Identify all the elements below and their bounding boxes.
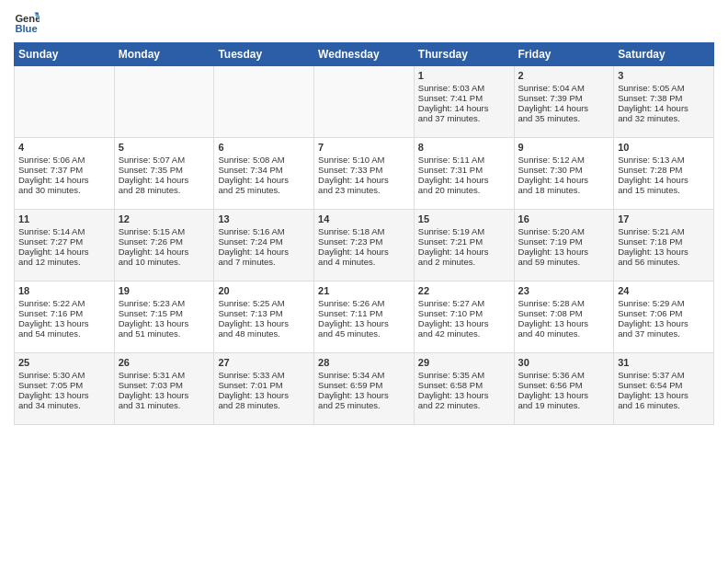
- day-info-line: Sunrise: 5:03 AM: [418, 83, 510, 93]
- day-info-line: Sunrise: 5:19 AM: [418, 226, 510, 236]
- day-info-line: and 35 minutes.: [518, 113, 610, 123]
- calendar-cell: 7Sunrise: 5:10 AMSunset: 7:33 PMDaylight…: [314, 138, 415, 210]
- calendar-cell: 1Sunrise: 5:03 AMSunset: 7:41 PMDaylight…: [414, 66, 514, 138]
- day-info-line: Sunrise: 5:20 AM: [518, 226, 610, 236]
- calendar-cell: 9Sunrise: 5:12 AMSunset: 7:30 PMDaylight…: [514, 138, 614, 210]
- day-info-line: Sunset: 7:15 PM: [119, 308, 210, 318]
- day-number: 8: [418, 142, 510, 153]
- page-container: General Blue SundayMondayTuesdayWednesda…: [0, 0, 728, 430]
- calendar-cell: 13Sunrise: 5:16 AMSunset: 7:24 PMDayligh…: [214, 210, 314, 282]
- day-info-line: and 15 minutes.: [618, 185, 710, 195]
- day-info-line: and 25 minutes.: [218, 185, 310, 195]
- day-info-line: Daylight: 13 hours: [18, 390, 110, 400]
- day-number: 23: [518, 285, 610, 296]
- day-info-line: Sunrise: 5:12 AM: [518, 155, 610, 165]
- week-row-5: 25Sunrise: 5:30 AMSunset: 7:05 PMDayligh…: [15, 353, 714, 425]
- day-info-line: Sunrise: 5:26 AM: [318, 298, 410, 308]
- day-info-line: Daylight: 13 hours: [119, 318, 210, 328]
- day-number: 9: [518, 142, 610, 153]
- day-number: 14: [318, 213, 410, 224]
- day-number: 24: [618, 285, 710, 296]
- day-info-line: Sunrise: 5:25 AM: [218, 298, 310, 308]
- day-info-line: and 25 minutes.: [318, 400, 410, 410]
- day-number: 6: [218, 142, 310, 153]
- calendar-cell: 4Sunrise: 5:06 AMSunset: 7:37 PMDaylight…: [15, 138, 115, 210]
- day-number: 16: [518, 213, 610, 224]
- calendar-cell: [314, 66, 415, 138]
- day-info-line: and 48 minutes.: [218, 328, 310, 339]
- day-info-line: and 51 minutes.: [119, 328, 210, 339]
- day-number: 19: [119, 285, 210, 296]
- calendar-cell: 22Sunrise: 5:27 AMSunset: 7:10 PMDayligh…: [414, 282, 514, 353]
- day-info-line: Daylight: 14 hours: [618, 175, 710, 185]
- day-info-line: Sunset: 7:35 PM: [119, 165, 210, 175]
- day-info-line: Daylight: 14 hours: [18, 247, 110, 257]
- day-info-line: Sunrise: 5:18 AM: [318, 226, 410, 236]
- day-info-line: Sunset: 7:24 PM: [218, 236, 310, 247]
- day-info-line: Sunrise: 5:06 AM: [18, 155, 110, 165]
- day-info-line: Sunrise: 5:22 AM: [18, 298, 110, 308]
- day-header-monday: Monday: [114, 43, 214, 66]
- day-info-line: Sunset: 7:37 PM: [18, 165, 110, 175]
- day-info-line: Sunrise: 5:15 AM: [119, 226, 210, 236]
- day-info-line: and 37 minutes.: [618, 328, 710, 339]
- day-info-line: Sunrise: 5:27 AM: [418, 298, 510, 308]
- day-number: 1: [418, 70, 510, 81]
- day-header-wednesday: Wednesday: [314, 43, 415, 66]
- day-info-line: Daylight: 13 hours: [518, 247, 610, 257]
- day-info-line: Daylight: 13 hours: [518, 390, 610, 400]
- day-number: 4: [18, 142, 110, 153]
- day-info-line: Daylight: 14 hours: [119, 247, 210, 257]
- day-info-line: Daylight: 14 hours: [119, 175, 210, 185]
- day-info-line: Sunset: 7:28 PM: [618, 165, 710, 175]
- day-header-thursday: Thursday: [414, 43, 514, 66]
- day-info-line: Daylight: 14 hours: [418, 247, 510, 257]
- calendar-table: SundayMondayTuesdayWednesdayThursdayFrid…: [14, 42, 714, 425]
- day-info-line: Sunset: 6:58 PM: [418, 380, 510, 390]
- day-number: 3: [618, 70, 710, 81]
- day-info-line: Sunrise: 5:36 AM: [518, 370, 610, 380]
- day-info-line: and 2 minutes.: [418, 257, 510, 267]
- day-info-line: Daylight: 13 hours: [218, 390, 310, 400]
- calendar-cell: 16Sunrise: 5:20 AMSunset: 7:19 PMDayligh…: [514, 210, 614, 282]
- day-info-line: Daylight: 14 hours: [418, 103, 510, 113]
- day-info-line: Sunrise: 5:04 AM: [518, 83, 610, 93]
- logo: General Blue: [14, 9, 41, 35]
- calendar-cell: 27Sunrise: 5:33 AMSunset: 7:01 PMDayligh…: [214, 353, 314, 425]
- day-number: 12: [119, 213, 210, 224]
- day-info-line: Sunrise: 5:23 AM: [119, 298, 210, 308]
- logo-icon: General Blue: [14, 9, 40, 35]
- day-info-line: Sunrise: 5:30 AM: [18, 370, 110, 380]
- calendar-cell: 19Sunrise: 5:23 AMSunset: 7:15 PMDayligh…: [114, 282, 214, 353]
- day-info-line: Sunset: 7:27 PM: [18, 236, 110, 247]
- day-info-line: Daylight: 14 hours: [518, 175, 610, 185]
- calendar-cell: 26Sunrise: 5:31 AMSunset: 7:03 PMDayligh…: [114, 353, 214, 425]
- day-number: 13: [218, 213, 310, 224]
- svg-text:Blue: Blue: [15, 23, 37, 34]
- day-number: 29: [418, 357, 510, 368]
- day-info-line: Sunrise: 5:11 AM: [418, 155, 510, 165]
- day-info-line: Daylight: 13 hours: [18, 318, 110, 328]
- calendar-cell: 29Sunrise: 5:35 AMSunset: 6:58 PMDayligh…: [414, 353, 514, 425]
- day-info-line: Sunset: 6:54 PM: [618, 380, 710, 390]
- header: General Blue: [14, 9, 714, 35]
- day-info-line: Sunrise: 5:35 AM: [418, 370, 510, 380]
- day-info-line: Sunrise: 5:08 AM: [218, 155, 310, 165]
- day-number: 26: [119, 357, 210, 368]
- day-info-line: Daylight: 13 hours: [618, 390, 710, 400]
- day-number: 5: [119, 142, 210, 153]
- day-info-line: Sunset: 7:18 PM: [618, 236, 710, 247]
- calendar-cell: 5Sunrise: 5:07 AMSunset: 7:35 PMDaylight…: [114, 138, 214, 210]
- day-info-line: Sunset: 7:41 PM: [418, 93, 510, 103]
- calendar-cell: 11Sunrise: 5:14 AMSunset: 7:27 PMDayligh…: [15, 210, 115, 282]
- calendar-cell: 28Sunrise: 5:34 AMSunset: 6:59 PMDayligh…: [314, 353, 415, 425]
- day-info-line: Sunset: 6:59 PM: [318, 380, 410, 390]
- calendar-cell: 21Sunrise: 5:26 AMSunset: 7:11 PMDayligh…: [314, 282, 415, 353]
- day-info-line: Daylight: 14 hours: [318, 247, 410, 257]
- day-header-sunday: Sunday: [15, 43, 115, 66]
- day-info-line: Sunset: 7:26 PM: [119, 236, 210, 247]
- day-info-line: Sunset: 7:11 PM: [318, 308, 410, 318]
- day-info-line: Sunrise: 5:07 AM: [119, 155, 210, 165]
- calendar-cell: [114, 66, 214, 138]
- day-info-line: Sunset: 7:39 PM: [518, 93, 610, 103]
